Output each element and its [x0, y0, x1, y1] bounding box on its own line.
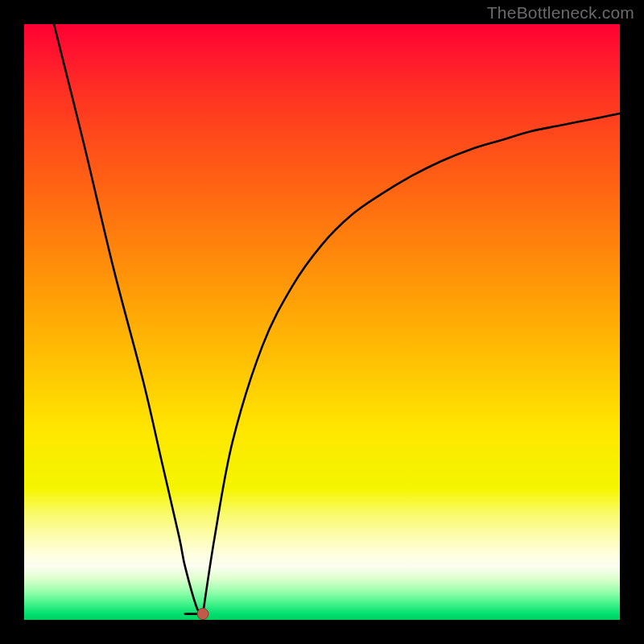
curve-left-branch [54, 24, 203, 614]
curve-right-branch [203, 114, 620, 614]
curve-layer [24, 24, 620, 620]
plot-area [24, 24, 620, 620]
watermark-text: TheBottleneck.com [487, 3, 634, 23]
minimum-marker [197, 609, 208, 620]
chart-frame: TheBottleneck.com [0, 0, 644, 644]
